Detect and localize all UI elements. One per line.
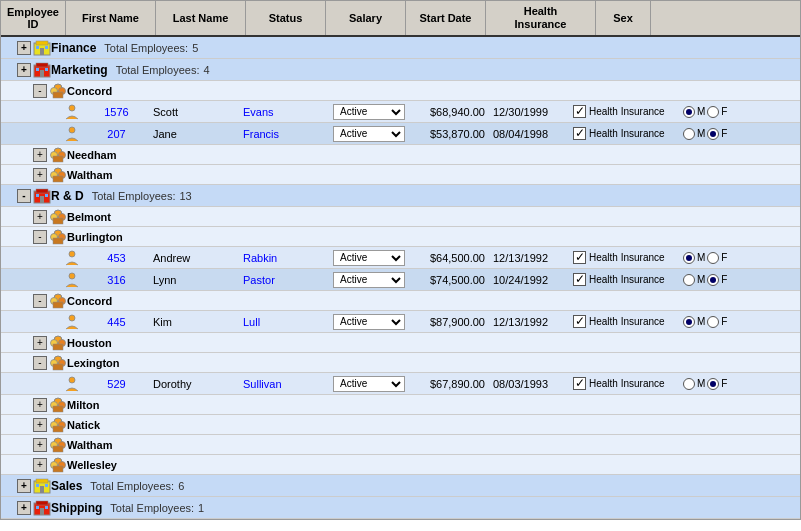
radio-f-label-scott: F [721,106,727,117]
healthins-checkbox-andrew[interactable] [573,251,586,264]
emp-sex-scott: M F [679,104,734,120]
expand-lexington[interactable]: - [33,356,47,370]
person-icon-lynn [63,272,81,288]
radio-f-dorothy[interactable] [707,378,719,390]
healthins-checkbox-kim[interactable] [573,315,586,328]
city-icon-natick [49,417,67,433]
employee-row-scott: 1576 Scott Evans Active Inactive $68,940… [1,101,800,123]
emp-fname-scott: Scott [149,104,239,120]
group-row-houston: + Houston [1,333,800,353]
group-row-needham: + Needham [1,145,800,165]
radio-f-jane[interactable] [707,128,719,140]
svg-rect-42 [53,302,63,308]
svg-rect-3 [36,46,39,49]
expand-burlington[interactable]: - [33,230,47,244]
expand-marketing[interactable]: + [17,63,31,77]
group-name-sales: Sales [51,479,82,493]
tree-indent-shipping: + [1,501,33,515]
group-row-concord1: - Concord [1,81,800,101]
healthins-checkbox-lynn[interactable] [573,273,586,286]
dept-icon-sales [33,478,51,494]
svg-rect-75 [36,501,48,505]
emp-status-scott[interactable]: Active Inactive [329,102,409,122]
expand-sales[interactable]: + [17,479,31,493]
healthins-checkbox-scott[interactable] [573,105,586,118]
radio-f-andrew[interactable] [707,252,719,264]
sex-radio-andrew: M F [683,252,727,264]
dept-icon-shipping [33,500,51,516]
group-row-finance: + Finance Total Employees: 5 [1,37,800,59]
person-icon-andrew [63,250,81,266]
dept-icon-rd [33,188,51,204]
radio-m-kim[interactable] [683,316,695,328]
group-row-rd: - R & D Total Employees: 13 [1,185,800,207]
status-dropdown-dorothy[interactable]: ActiveInactive [333,376,405,392]
group-name-wellesley: Wellesley [67,459,117,471]
radio-f-kim[interactable] [707,316,719,328]
radio-f-lynn[interactable] [707,274,719,286]
emp-status-dorothy[interactable]: ActiveInactive [329,374,409,394]
expand-rd[interactable]: - [17,189,31,203]
emp-status-jane[interactable]: Active Inactive [329,124,409,144]
emp-startdate-kim: 12/13/1992 [489,314,569,330]
status-dropdown-kim[interactable]: ActiveInactive [333,314,405,330]
header-startdate: Start Date [406,1,486,35]
svg-rect-56 [53,406,63,412]
emp-status-andrew[interactable]: ActiveInactive [329,248,409,268]
svg-rect-1 [36,41,48,45]
expand-wellesley[interactable]: + [33,458,47,472]
svg-rect-27 [36,194,39,197]
emp-healthins-andrew: Health Insurance [569,249,679,266]
employee-row-andrew: 453 Andrew Rabkin ActiveInactive $64,500… [1,247,800,269]
healthins-checkbox-jane[interactable] [573,127,586,140]
healthins-checkbox-dorothy[interactable] [573,377,586,390]
group-row-burlington: - Burlington [1,227,800,247]
total-label-marketing: Total Employees: [116,64,200,76]
svg-rect-68 [53,466,63,472]
expand-waltham1[interactable]: + [33,168,47,182]
svg-rect-13 [53,92,63,98]
emp-status-lynn[interactable]: ActiveInactive [329,270,409,290]
expand-concord1[interactable]: - [33,84,47,98]
group-name-waltham2: Waltham [67,439,112,451]
emp-lname-jane: Francis [239,126,329,142]
svg-rect-2 [40,48,44,55]
header-status: Status [246,1,326,35]
status-dropdown-andrew[interactable]: ActiveInactive [333,250,405,266]
person-icon-scott [63,104,81,120]
emp-fname-lynn: Lynn [149,272,239,288]
header-salary: Salary [326,1,406,35]
radio-m-dorothy[interactable] [683,378,695,390]
radio-m-jane[interactable] [683,128,695,140]
status-dropdown-lynn[interactable]: ActiveInactive [333,272,405,288]
city-icon-waltham1 [49,167,67,183]
expand-finance[interactable]: + [17,41,31,55]
city-icon-burlington [49,229,67,245]
radio-m-andrew[interactable] [683,252,695,264]
expand-houston[interactable]: + [33,336,47,350]
person-icon-kim [63,314,81,330]
city-icon-wellesley [49,457,67,473]
svg-point-43 [69,315,75,321]
status-dropdown-scott[interactable]: Active Inactive [333,104,405,120]
expand-milton[interactable]: + [33,398,47,412]
employee-data-andrew: 453 Andrew Rabkin ActiveInactive $64,500… [84,248,800,268]
status-dropdown-jane[interactable]: Active Inactive [333,126,405,142]
expand-shipping[interactable]: + [17,501,31,515]
expand-belmont[interactable]: + [33,210,47,224]
svg-rect-70 [36,479,48,483]
expand-natick[interactable]: + [33,418,47,432]
svg-rect-36 [53,238,63,244]
group-row-natick: + Natick [1,415,800,435]
expand-concord2[interactable]: - [33,294,47,308]
svg-point-14 [69,105,75,111]
expand-needham[interactable]: + [33,148,47,162]
emp-status-kim[interactable]: ActiveInactive [329,312,409,332]
expand-waltham2[interactable]: + [33,438,47,452]
emp-fname-kim: Kim [149,314,239,330]
svg-point-15 [69,127,75,133]
radio-m-lynn[interactable] [683,274,695,286]
radio-f-scott[interactable] [707,106,719,118]
radio-m-scott[interactable] [683,106,695,118]
sex-radio-jane: M F [683,128,727,140]
